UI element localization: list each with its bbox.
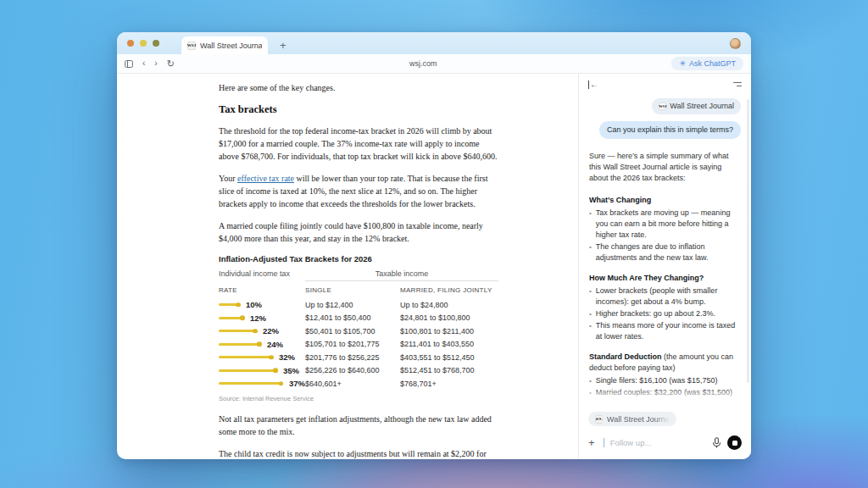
tab-wall-street-journal[interactable]: WSJ Wall Street Journal [181,36,268,54]
article-intro: Here are some of the key changes. [219,81,498,94]
microphone-icon[interactable] [712,437,721,448]
table-row: 12%$12,401 to $50,400$24,801 to $100,800 [219,312,498,325]
rate-value: 12% [250,313,266,323]
article-pane: Here are some of the key changes. Tax br… [117,74,578,459]
rate-value: 35% [283,366,299,375]
bullet-dot: • [589,208,592,241]
table-row: 10%Up to $12,400Up to $24,800 [219,298,498,312]
married-range: $211,401 to $403,550 [400,340,498,348]
assistant-section-heading: Standard Deduction (the amount you can d… [589,352,741,374]
assistant-bullet: •The changes are due to inflation adjust… [589,241,741,263]
reload-icon[interactable]: ↻ [167,59,175,69]
assistant-bullet: •Higher brackets: go up about 2.3%. [589,308,741,319]
rate-value: 10% [246,300,262,309]
user-avatar[interactable] [730,38,741,49]
browser-toolbar: ‹ › ↻ wsj.com ✳ Ask ChatGPT [117,54,751,74]
rate-lollipop-bar [219,356,271,358]
address-bar[interactable]: wsj.com [175,59,672,68]
assistant-section-heading: What’s Changing [589,195,741,206]
assistant-bullet: •Tax brackets are moving up — meaning yo… [589,208,741,241]
effective-tax-rate-link[interactable]: effective tax rate [237,174,294,183]
assistant-bullet: •Most people will use this rather than i… [589,399,741,403]
assistant-message: Sure — here’s a simple summary of what t… [589,151,741,403]
married-range: $403,551 to $512,450 [400,353,498,362]
assistant-bullet: •Single filers: $16,100 (was $15,750) [589,375,741,386]
assistant-intro: Sure — here’s a simple summary of what t… [589,151,741,184]
composer: WSJ Wall Street Journa + Follow up... [579,403,751,459]
bullet-dot: • [589,320,592,342]
chatgpt-icon: ✳ [679,60,686,68]
minimize-window-button[interactable] [140,40,147,47]
single-range: $640,601+ [305,380,400,388]
menu-icon[interactable] [733,82,742,86]
bullet-dot: • [589,286,592,308]
table-subhead-left: Individual income tax [219,269,305,281]
rate-value: 32% [279,352,295,362]
rate-lollipop-bar [219,382,281,385]
browser-window: WSJ Wall Street Journal + ‹ › ↻ wsj.com … [117,32,751,459]
married-range: Up to $24,800 [400,301,498,309]
table-source: Source: Internal Revenue Service [219,395,498,402]
assistant-section-heading: How Much Are They Changing? [589,273,741,284]
single-range: $12,401 to $50,400 [305,313,400,322]
sidebar-scrollbar[interactable] [747,99,749,383]
article-paragraph: A married couple filing jointly could ha… [219,219,498,245]
single-range: Up to $12,400 [305,301,400,309]
window-controls [127,32,159,54]
rate-lollipop-bar [219,330,255,332]
context-chip-wsj[interactable]: WSJ Wall Street Journal [652,98,741,114]
voice-stop-button[interactable] [727,435,742,450]
bullet-dot: • [589,375,592,386]
wsj-favicon-icon: WSJ [187,42,196,50]
married-range: $768,701+ [400,380,498,388]
married-range: $512,451 to $768,700 [400,366,498,374]
rate-lollipop-bar [219,317,242,319]
collapse-sidebar-icon[interactable]: ← [588,80,598,89]
table-row: 22%$50,401 to $105,700$100,801 to $211,4… [219,324,498,338]
forward-icon[interactable]: › [154,59,157,68]
bullet-dot: • [589,308,592,319]
table-row: 35%$256,226 to $640,600$512,451 to $768,… [219,364,498,378]
bullet-dot: • [589,387,592,398]
close-window-button[interactable] [127,40,134,47]
attach-plus-icon[interactable]: + [588,437,595,448]
ask-chatgpt-button[interactable]: ✳ Ask ChatGPT [671,57,743,70]
follow-up-input[interactable]: Follow up... [610,438,706,447]
article-paragraph: Not all tax parameters get inflation adj… [219,413,498,438]
bullet-dot: • [589,241,592,263]
assistant-bullet: •This means more of your income is taxed… [589,320,741,342]
tax-bracket-table: Inflation-Adjusted Tax Brackets for 2026… [219,254,498,402]
tab-title: Wall Street Journal [200,42,262,50]
composer-context-chip[interactable]: WSJ Wall Street Journa [588,412,676,426]
rate-value: 24% [267,340,283,349]
sidebar-header: ← [579,74,751,95]
article-heading-tax-brackets: Tax brackets [219,103,498,116]
wsj-favicon-icon: WSJ [659,103,666,110]
table-title: Inflation-Adjusted Tax Brackets for 2026 [219,254,498,263]
married-range: $100,801 to $211,400 [400,327,498,336]
rate-value: 22% [263,326,279,336]
chat-transcript: WSJ Wall Street Journal Can you explain … [579,95,751,403]
assistant-bullet: •Lower brackets (people with smaller inc… [589,286,741,308]
single-range: $201,776 to $256,225 [305,353,400,362]
single-range: $256,226 to $640,600 [305,366,400,374]
new-tab-button[interactable]: + [280,36,287,54]
maximize-window-button[interactable] [153,40,159,47]
rate-value: 37% [289,379,305,388]
rate-lollipop-bar [219,369,275,372]
table-column-headers: RATE SINGLE MARRIED, FILING JOINTLY [219,286,498,294]
chatgpt-sidebar: ← WSJ Wall Street Journal Can you explai… [578,74,751,459]
composer-chip-label: Wall Street Journa [607,415,670,424]
tab-bar: WSJ Wall Street Journal + [117,32,751,54]
article-paragraph: Your effective tax rate will be lower th… [219,172,498,210]
bullet-dot: • [589,399,592,403]
rate-lollipop-bar [219,343,259,346]
context-chip-label: Wall Street Journal [670,101,734,112]
table-row: 32%$201,776 to $256,225$403,551 to $512,… [219,351,498,364]
toggle-sidebar-icon[interactable] [125,60,133,68]
wsj-favicon-icon: WSJ [595,415,604,424]
user-message-bubble: Can you explain this in simple terms? [599,121,741,139]
text-caret [604,438,604,447]
back-icon[interactable]: ‹ [142,59,145,68]
rate-lollipop-bar [219,303,238,306]
